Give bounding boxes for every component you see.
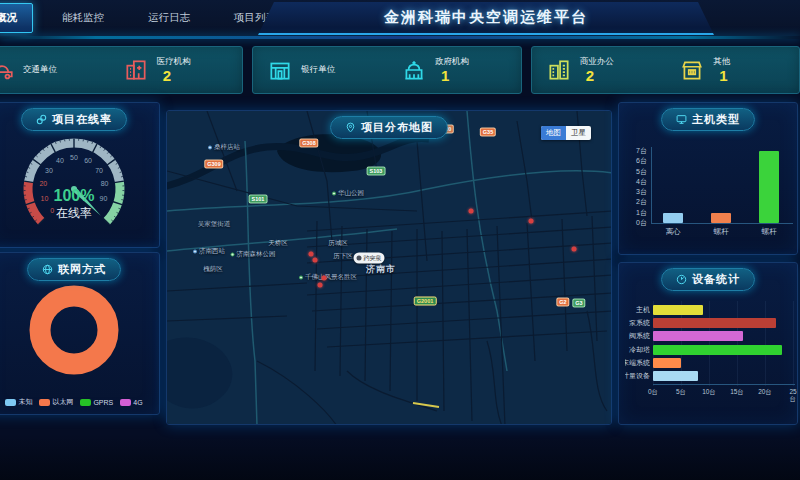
panel-device-stats: 设备统计 0台5台10台15台20台25台主机泵系统阀系统冷却塔末端系统计量设备 <box>618 262 798 425</box>
globe-icon <box>42 264 53 275</box>
park-marker-icon <box>299 275 303 279</box>
legend-swatch <box>120 399 131 406</box>
project-marker-dot[interactable] <box>469 209 474 214</box>
network-donut-chart <box>0 275 149 385</box>
bar-主机[interactable] <box>653 305 703 315</box>
x-axis <box>651 223 793 224</box>
map-place-label: 历下区 <box>333 252 353 261</box>
stat-value: 2 <box>163 68 191 84</box>
bar-离心[interactable] <box>663 213 683 223</box>
x-category-label: 螺杆 <box>714 227 729 237</box>
y-axis <box>651 147 652 223</box>
stat-other: 其他 1 <box>665 56 799 84</box>
stat-value: 1 <box>441 68 469 84</box>
y-category-label: 计量设备 <box>625 371 650 381</box>
panel-project-map: G309G308G20G35S101S103G2001G2G3桑梓店站吴家堡街道… <box>166 110 612 425</box>
monitor-icon <box>676 114 687 125</box>
x-category-label: 螺杆 <box>762 227 777 237</box>
nav-glow-divider <box>0 36 800 39</box>
project-marker-dot[interactable] <box>313 258 318 263</box>
bar-冷却塔[interactable] <box>653 345 782 355</box>
panel-project-online-rate: 项目在线率 0102030405060708090 100% 在线率 <box>0 102 160 248</box>
gauge-tick-label: 30 <box>45 167 53 174</box>
poi-icon <box>357 256 362 261</box>
legend-swatch <box>5 399 16 406</box>
x-tick-label: 10台 <box>702 388 716 397</box>
bar-阀系统[interactable] <box>653 331 743 341</box>
project-marker-dot[interactable] <box>529 219 534 224</box>
bar-泵系统[interactable] <box>653 318 776 328</box>
y-tick-label: 2台 <box>627 197 647 207</box>
panel-title: 设备统计 <box>692 272 740 287</box>
map-pin-icon <box>345 122 356 133</box>
road-shield: G3 <box>572 299 585 308</box>
legend-swatch <box>39 399 50 406</box>
project-marker-dot[interactable] <box>322 276 327 281</box>
map-marker-layer: G309G308G20G35S101S103G2001G2G3桑梓店站吴家堡街道… <box>167 111 611 424</box>
road-shield: G308 <box>299 139 318 148</box>
panel-header-network-mode: 联网方式 <box>27 258 121 281</box>
bar-计量设备[interactable] <box>653 371 698 381</box>
map-button[interactable]: 地图 <box>541 126 566 140</box>
device-stats-bar-chart: 0台5台10台15台20台25台主机泵系统阀系统冷却塔末端系统计量设备 <box>623 297 791 420</box>
online-rate-value: 100% <box>0 187 159 205</box>
stat-label: 医疗机构 <box>157 56 191 68</box>
panel-title: 主机类型 <box>692 112 740 127</box>
gauge-tick-label: 40 <box>56 157 64 164</box>
stat-medical: 医疗机构 2 <box>109 56 243 84</box>
map-stage[interactable]: G309G308G20G35S101S103G2001G2G3桑梓店站吴家堡街道… <box>167 111 611 424</box>
tab-energy-monitor[interactable]: 能耗监控 <box>47 4 119 32</box>
stat-value: 2 <box>586 68 614 84</box>
y-category-label: 阀系统 <box>625 331 650 341</box>
road-shield: G309 <box>204 160 223 169</box>
link-icon <box>36 114 47 125</box>
project-marker-dot[interactable] <box>309 252 314 257</box>
legend-4g[interactable]: 4G <box>120 397 142 407</box>
map-place-label: 天桥区 <box>268 239 288 248</box>
stat-card-2: 银行单位 政府机构 1 <box>252 46 521 94</box>
map-place-label: 历城区 <box>328 239 348 248</box>
legend-label: 4G <box>133 399 142 406</box>
donut-svg <box>0 275 149 385</box>
legend-label: 未知 <box>18 397 32 407</box>
legend-gprs[interactable]: GPRS <box>80 397 113 407</box>
road-shield: G35 <box>480 128 496 137</box>
project-marker-dot[interactable] <box>572 247 577 252</box>
hospital-icon <box>123 57 149 83</box>
tab-overview[interactable]: 概况 <box>0 3 33 33</box>
y-tick-label: 7台 <box>627 146 647 156</box>
panel-network-mode: 联网方式 未知 以太网 GPRS 4G <box>0 252 160 415</box>
map-place-label: 济南森林公园 <box>231 250 276 259</box>
bar-螺杆[interactable] <box>711 213 731 223</box>
stat-label: 商业办公 <box>580 56 614 68</box>
y-category-label: 主机 <box>625 305 650 315</box>
park-marker-icon <box>332 191 336 195</box>
y-tick-label: 6台 <box>627 156 647 166</box>
legend-ethernet[interactable]: 以太网 <box>39 397 73 407</box>
government-icon <box>401 57 427 83</box>
x-tick-label: 20台 <box>758 388 772 397</box>
gauge-tick-label: 60 <box>84 157 92 164</box>
road-shield: S103 <box>367 167 386 176</box>
tab-run-log[interactable]: 运行日志 <box>133 4 205 32</box>
legend-label: GPRS <box>93 399 113 406</box>
legend-unknown[interactable]: 未知 <box>5 397 32 407</box>
bar-末端系统[interactable] <box>653 358 681 368</box>
map-place-label: 吴家堡街道 <box>198 220 231 229</box>
x-category-label: 离心 <box>666 227 681 237</box>
y-tick-label: 3台 <box>627 187 647 197</box>
legend-label: 以太网 <box>52 397 73 407</box>
panel-header-host-type: 主机类型 <box>661 108 755 131</box>
map-place-label: 济南西站 <box>193 247 225 256</box>
y-category-label: 泵系统 <box>625 318 650 328</box>
x-tick-label: 5台 <box>676 388 686 397</box>
map-type-switch: 地图 卫星 <box>541 126 591 140</box>
office-icon <box>546 57 572 83</box>
satellite-button[interactable]: 卫星 <box>566 126 591 140</box>
bar-螺杆[interactable] <box>759 151 779 223</box>
map-place-label: 济南市 <box>366 263 396 276</box>
panel-header-project-map: 项目分布地图 <box>330 116 448 139</box>
x-gridline <box>709 301 710 386</box>
x-gridline <box>765 301 766 386</box>
project-marker-dot[interactable] <box>318 283 323 288</box>
